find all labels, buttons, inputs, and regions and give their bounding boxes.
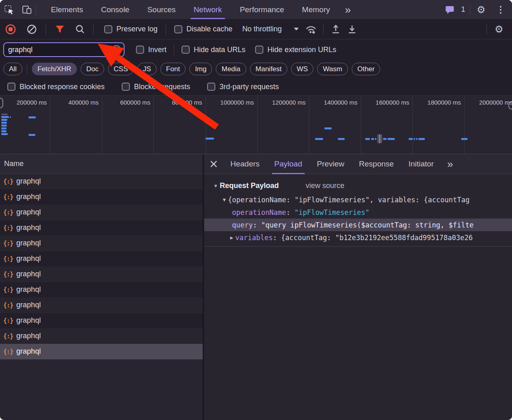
divider bbox=[36, 4, 36, 15]
preserve-log-checkbox[interactable]: Preserve log bbox=[98, 25, 163, 33]
invert-label: Invert bbox=[148, 46, 166, 54]
more-tabs-icon[interactable]: » bbox=[339, 0, 357, 19]
request-row[interactable]: {:}graphql bbox=[0, 174, 203, 189]
hide-extension-urls-checkbox[interactable]: Hide extension URLs bbox=[250, 46, 341, 54]
tab-console[interactable]: Console bbox=[92, 0, 138, 19]
divider bbox=[486, 24, 487, 35]
details-tab-headers[interactable]: Headers bbox=[223, 154, 267, 174]
chip-other[interactable]: Other bbox=[352, 63, 381, 75]
name-column-header[interactable]: Name bbox=[0, 154, 203, 174]
disable-cache-checkbox[interactable]: Disable cache bbox=[168, 25, 238, 33]
request-row[interactable]: {:}graphql bbox=[0, 344, 203, 359]
chip-ws[interactable]: WS bbox=[291, 63, 313, 75]
details-tab-response[interactable]: Response bbox=[352, 154, 401, 174]
chip-css[interactable]: CSS bbox=[108, 63, 133, 75]
checkbox[interactable] bbox=[136, 46, 144, 54]
filter-row: ✕ Invert Hide data URLs Hide extension U… bbox=[0, 39, 512, 60]
chip-all[interactable]: All bbox=[3, 63, 22, 75]
divider bbox=[166, 24, 166, 35]
tab-elements[interactable]: Elements bbox=[42, 0, 92, 19]
device-toolbar-icon[interactable] bbox=[18, 0, 36, 19]
chip-manifest[interactable]: Manifest bbox=[250, 63, 287, 75]
view-source-link[interactable]: view source bbox=[306, 182, 344, 190]
settings-gear-icon[interactable]: ⚙ bbox=[472, 0, 490, 19]
request-name: graphql bbox=[16, 347, 41, 356]
collapse-triangle-icon[interactable]: ▼ bbox=[213, 183, 218, 189]
fetch-xhr-icon: {:} bbox=[3, 286, 13, 293]
chip-media[interactable]: Media bbox=[216, 63, 246, 75]
timeline-tick-label: 800000 ms bbox=[172, 99, 202, 106]
request-row[interactable]: {:}graphql bbox=[0, 282, 203, 298]
payload-segment-plain: : bbox=[253, 221, 261, 229]
section-title: Request Payload bbox=[220, 182, 279, 190]
chip-img[interactable]: Img bbox=[189, 63, 212, 75]
network-settings-gear-icon[interactable]: ⚙ bbox=[491, 21, 507, 37]
request-row[interactable]: {:}graphql bbox=[0, 251, 203, 267]
tab-performance[interactable]: Performance bbox=[231, 0, 293, 19]
invert-checkbox[interactable]: Invert bbox=[131, 46, 171, 54]
filter-input[interactable] bbox=[4, 46, 112, 54]
search-icon[interactable] bbox=[72, 21, 88, 37]
details-tab-payload[interactable]: Payload bbox=[267, 154, 310, 174]
blocked-response-cookies-checkbox[interactable]: Blocked response cookies bbox=[2, 83, 110, 91]
request-row[interactable]: {:}graphql bbox=[0, 267, 203, 282]
export-har-icon[interactable] bbox=[344, 21, 360, 37]
tab-sources[interactable]: Sources bbox=[138, 0, 185, 19]
clear-filter-icon[interactable]: ✕ bbox=[112, 45, 121, 54]
waterfall-bar bbox=[387, 138, 395, 140]
network-conditions-icon[interactable] bbox=[303, 21, 319, 37]
inspect-element-icon[interactable] bbox=[0, 0, 18, 19]
checkbox[interactable] bbox=[122, 83, 130, 91]
checkbox[interactable] bbox=[174, 25, 182, 33]
details-tab-initiator[interactable]: Initiator bbox=[401, 154, 441, 174]
checkbox[interactable] bbox=[104, 25, 112, 33]
chip-wasm[interactable]: Wasm bbox=[317, 63, 348, 75]
request-row[interactable]: {:}graphql bbox=[0, 313, 203, 328]
chip-font[interactable]: Font bbox=[160, 63, 186, 75]
fetch-xhr-icon: {:} bbox=[3, 271, 13, 278]
timeline-tick-label: 2000000 ms bbox=[479, 99, 512, 106]
checkbox[interactable] bbox=[255, 46, 263, 54]
overview-left-handle[interactable] bbox=[0, 98, 3, 108]
request-row[interactable]: {:}graphql bbox=[0, 236, 203, 251]
request-row[interactable]: {:}graphql bbox=[0, 328, 203, 344]
chip-doc[interactable]: Doc bbox=[81, 63, 104, 75]
throttling-select[interactable]: No throttling bbox=[238, 25, 303, 33]
waterfall-bar bbox=[28, 134, 35, 136]
divider bbox=[93, 24, 94, 35]
checkbox[interactable] bbox=[182, 46, 190, 54]
waterfall-bar bbox=[206, 138, 214, 140]
blocked-requests-checkbox[interactable]: Blocked requests bbox=[116, 83, 196, 91]
waterfall-bar bbox=[461, 138, 468, 140]
details-tabs: HeadersPayloadPreviewResponseInitiator bbox=[223, 154, 441, 174]
tab-memory[interactable]: Memory bbox=[293, 0, 339, 19]
import-har-icon[interactable] bbox=[328, 21, 344, 37]
request-row[interactable]: {:}graphql bbox=[0, 205, 203, 220]
chip-js[interactable]: JS bbox=[137, 63, 157, 75]
details-tab-preview[interactable]: Preview bbox=[310, 154, 352, 174]
waterfall-bar bbox=[416, 138, 418, 140]
network-overview-timeline[interactable]: 200000 ms400000 ms600000 ms800000 ms1000… bbox=[0, 96, 512, 154]
expand-triangle-icon[interactable]: ▶ bbox=[228, 235, 235, 241]
record-network-log-icon[interactable] bbox=[2, 21, 19, 37]
chip-fetch-xhr[interactable]: Fetch/XHR bbox=[32, 63, 77, 75]
close-details-icon[interactable] bbox=[204, 154, 223, 174]
request-row[interactable]: {:}graphql bbox=[0, 189, 203, 205]
checkbox[interactable] bbox=[207, 83, 215, 91]
filter-funnel-icon[interactable] bbox=[52, 21, 68, 37]
hide-data-urls-checkbox[interactable]: Hide data URLs bbox=[177, 46, 250, 54]
payload-segment-key: operationName bbox=[232, 208, 286, 217]
clear-network-log-icon[interactable] bbox=[24, 21, 40, 37]
request-row[interactable]: {:}graphql bbox=[0, 298, 203, 313]
3rd-party-requests-checkbox[interactable]: 3rd-party requests bbox=[201, 83, 284, 91]
more-options-kebab-icon[interactable]: ⋮ bbox=[492, 0, 510, 19]
more-detail-tabs-icon[interactable]: » bbox=[441, 155, 459, 174]
issues-message-icon[interactable] bbox=[441, 0, 459, 19]
filter-box: ✕ bbox=[3, 42, 125, 57]
request-row[interactable]: {:}graphql bbox=[0, 220, 203, 236]
payload-line: ▶variables: {accountTag: "b12e3b2192ee55… bbox=[204, 231, 512, 244]
divider bbox=[27, 64, 27, 74]
collapse-triangle-icon[interactable]: ▼ bbox=[221, 197, 228, 203]
tab-network[interactable]: Network bbox=[185, 0, 231, 19]
checkbox[interactable] bbox=[7, 83, 15, 91]
